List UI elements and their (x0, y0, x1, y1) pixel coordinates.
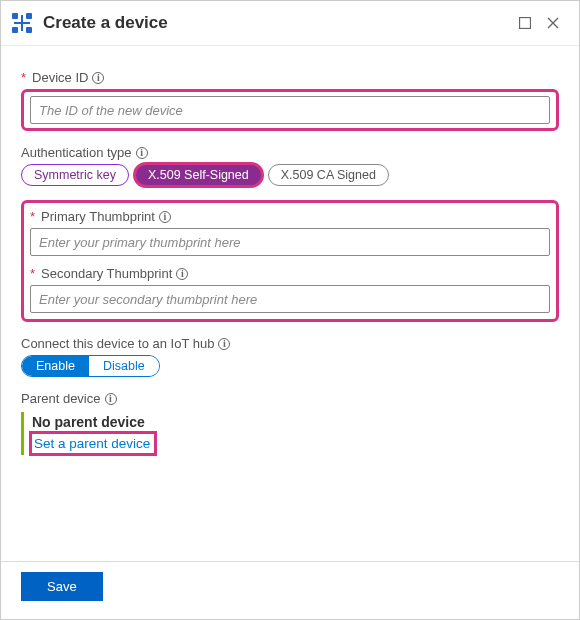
device-id-label-row: * Device ID (21, 70, 559, 85)
close-icon[interactable] (539, 9, 567, 37)
secondary-thumb-label-row: * Secondary Thumbprint (30, 266, 550, 281)
iot-hub-section: Connect this device to an IoT hub Enable… (21, 336, 559, 377)
svg-rect-1 (26, 13, 32, 19)
secondary-thumb-label: Secondary Thumbprint (41, 266, 172, 281)
toggle-disable[interactable]: Disable (89, 356, 159, 376)
svg-rect-5 (21, 15, 23, 31)
iot-hub-label-row: Connect this device to an IoT hub (21, 336, 559, 351)
primary-thumb-label-row: * Primary Thumbprint (30, 209, 550, 224)
info-icon[interactable] (218, 338, 230, 350)
pane-header: Create a device (1, 1, 579, 46)
form-body: * Device ID Authentication type Symmetri… (1, 46, 579, 561)
primary-thumb-label: Primary Thumbprint (41, 209, 155, 224)
secondary-thumb-group: * Secondary Thumbprint (30, 266, 550, 313)
iot-hub-label: Connect this device to an IoT hub (21, 336, 214, 351)
auth-type-options: Symmetric key X.509 Self-Signed X.509 CA… (21, 164, 559, 186)
required-marker: * (21, 70, 26, 85)
footer: Save (1, 561, 579, 619)
device-icon (11, 12, 33, 34)
parent-device-none: No parent device (32, 414, 559, 430)
auth-type-label: Authentication type (21, 145, 132, 160)
device-id-callout (21, 89, 559, 131)
toggle-enable[interactable]: Enable (22, 356, 89, 376)
info-icon[interactable] (105, 393, 117, 405)
save-button[interactable]: Save (21, 572, 103, 601)
device-id-input[interactable] (30, 96, 550, 124)
secondary-thumb-input[interactable] (30, 285, 550, 313)
primary-thumb-group: * Primary Thumbprint (30, 209, 550, 256)
info-icon[interactable] (92, 72, 104, 84)
pane-title: Create a device (43, 13, 511, 33)
info-icon[interactable] (176, 268, 188, 280)
maximize-icon[interactable] (511, 9, 539, 37)
auth-option-symmetric[interactable]: Symmetric key (21, 164, 129, 186)
device-id-label: Device ID (32, 70, 88, 85)
set-parent-device-link[interactable]: Set a parent device (32, 434, 154, 453)
iot-hub-toggle[interactable]: Enable Disable (21, 355, 160, 377)
svg-rect-0 (12, 13, 18, 19)
info-icon[interactable] (136, 147, 148, 159)
svg-rect-3 (26, 27, 32, 33)
auth-type-section: Authentication type Symmetric key X.509 … (21, 145, 559, 186)
required-marker: * (30, 209, 35, 224)
parent-device-label: Parent device (21, 391, 101, 406)
svg-rect-2 (12, 27, 18, 33)
thumbprints-callout: * Primary Thumbprint * Secondary Thumbpr… (21, 200, 559, 322)
parent-device-label-row: Parent device (21, 391, 559, 406)
required-marker: * (30, 266, 35, 281)
primary-thumb-input[interactable] (30, 228, 550, 256)
svg-rect-6 (520, 18, 531, 29)
auth-type-label-row: Authentication type (21, 145, 559, 160)
auth-option-x509-ca[interactable]: X.509 CA Signed (268, 164, 389, 186)
auth-option-x509-self[interactable]: X.509 Self-Signed (135, 164, 262, 186)
parent-device-section: Parent device No parent device Set a par… (21, 391, 559, 455)
info-icon[interactable] (159, 211, 171, 223)
parent-device-block: No parent device Set a parent device (21, 412, 559, 455)
